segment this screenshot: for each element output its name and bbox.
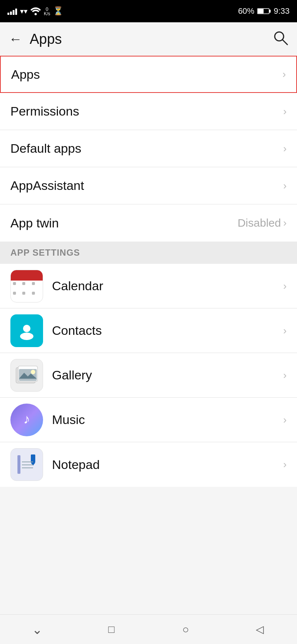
contacts-icon xyxy=(10,314,43,347)
battery-icon xyxy=(257,8,271,14)
app-label: Notepad xyxy=(52,457,100,472)
status-time: 9:33 xyxy=(274,6,290,16)
list-item-label: AppAssistant xyxy=(10,178,84,193)
wifi-icon: ▾▾ xyxy=(20,7,27,16)
chevron-right-icon: › xyxy=(283,459,287,470)
status-right: 60% 9:33 xyxy=(238,6,290,16)
app-label: Music xyxy=(52,412,85,427)
chevron-right-icon: › xyxy=(283,68,286,80)
chevron-right-icon: › xyxy=(283,180,287,192)
svg-point-6 xyxy=(23,325,30,332)
page-header: ← Apps xyxy=(0,22,297,56)
notepad-icon xyxy=(10,448,43,481)
app-settings-list: Calendar › Contacts › xyxy=(0,264,297,487)
app-twin-value: Disabled xyxy=(238,217,281,229)
chevron-down-icon: ⌄ xyxy=(32,622,42,637)
chevron-right-icon: › xyxy=(283,325,287,337)
list-item-label: Apps xyxy=(11,67,40,82)
list-item-right: › xyxy=(283,143,287,155)
list-item-calendar[interactable]: Calendar › xyxy=(0,264,297,308)
list-item-right: › xyxy=(283,180,287,192)
calendar-icon xyxy=(10,270,43,302)
header-left: ← Apps xyxy=(9,31,62,47)
back-button[interactable]: ← xyxy=(9,32,22,46)
data-speed-icon: 0 K/s xyxy=(44,7,50,16)
section-label: APP SETTINGS xyxy=(10,247,80,258)
music-icon: ♪ xyxy=(10,404,43,436)
chevron-right-icon: › xyxy=(283,414,287,426)
list-item-label: Permissions xyxy=(10,104,79,119)
square-icon: □ xyxy=(108,624,115,635)
nav-recents-button[interactable]: ○ xyxy=(174,618,197,641)
status-left: ▾▾ 0 K/s ⏳ xyxy=(7,6,63,16)
svg-point-0 xyxy=(35,13,37,15)
svg-rect-2 xyxy=(269,10,271,13)
app-item-left: Gallery xyxy=(10,359,92,392)
calendar-body xyxy=(11,281,43,302)
list-item-music[interactable]: ♪ Music › xyxy=(0,398,297,442)
app-item-left: Contacts xyxy=(10,314,102,347)
app-item-left: Notepad xyxy=(10,448,100,481)
list-item-gallery[interactable]: Gallery › xyxy=(0,353,297,398)
chevron-right-icon: › xyxy=(283,280,287,292)
svg-rect-3 xyxy=(258,9,264,13)
svg-rect-17 xyxy=(31,454,35,463)
list-item-right: › xyxy=(283,106,287,117)
list-item-app-twin[interactable]: App twin Disabled › xyxy=(0,204,297,242)
nav-home-button[interactable]: □ xyxy=(100,618,123,641)
svg-text:♪: ♪ xyxy=(23,411,30,427)
main-list: Apps › Permissions › Default apps › AppA… xyxy=(0,56,297,242)
nav-prev-button[interactable]: ◁ xyxy=(249,618,271,641)
list-item-contacts[interactable]: Contacts › xyxy=(0,308,297,353)
svg-line-5 xyxy=(283,40,287,45)
list-item-right: Disabled › xyxy=(238,217,287,229)
list-item-label: App twin xyxy=(10,216,59,230)
search-button[interactable] xyxy=(272,30,288,49)
svg-point-12 xyxy=(31,370,35,374)
circle-icon: ○ xyxy=(182,623,189,636)
chevron-right-icon: › xyxy=(283,143,287,155)
app-label: Contacts xyxy=(52,323,102,338)
list-item-default-apps[interactable]: Default apps › xyxy=(0,130,297,167)
bottom-navigation: ⌄ □ ○ ◁ xyxy=(0,614,297,644)
app-label: Gallery xyxy=(52,368,92,382)
list-item-notepad[interactable]: Notepad › xyxy=(0,442,297,487)
app-settings-section-header: APP SETTINGS xyxy=(0,242,297,264)
list-item-label: Default apps xyxy=(10,141,81,156)
signal-icon xyxy=(7,7,17,15)
nav-back-button[interactable]: ⌄ xyxy=(26,618,48,641)
svg-point-7 xyxy=(20,333,33,340)
app-item-left: ♪ Music xyxy=(10,404,85,436)
gallery-icon xyxy=(10,359,43,392)
wifi-icon xyxy=(30,7,41,15)
list-item-apps[interactable]: Apps › xyxy=(0,56,297,93)
svg-rect-16 xyxy=(17,455,20,474)
list-item-appassistant[interactable]: AppAssistant › xyxy=(0,167,297,204)
list-item-permissions[interactable]: Permissions › xyxy=(0,93,297,130)
status-bar: ▾▾ 0 K/s ⏳ 60% 9:33 xyxy=(0,0,297,22)
app-item-left: Calendar xyxy=(10,270,103,302)
app-label: Calendar xyxy=(52,279,103,293)
list-item-right: › xyxy=(283,68,286,80)
alarm-icon: ⏳ xyxy=(53,6,63,16)
page-title: Apps xyxy=(30,31,62,47)
triangle-left-icon: ◁ xyxy=(256,623,264,635)
chevron-right-icon: › xyxy=(283,217,287,229)
battery-percent: 60% xyxy=(238,6,254,16)
chevron-right-icon: › xyxy=(283,106,287,117)
chevron-right-icon: › xyxy=(283,369,287,381)
calendar-header xyxy=(11,270,43,281)
